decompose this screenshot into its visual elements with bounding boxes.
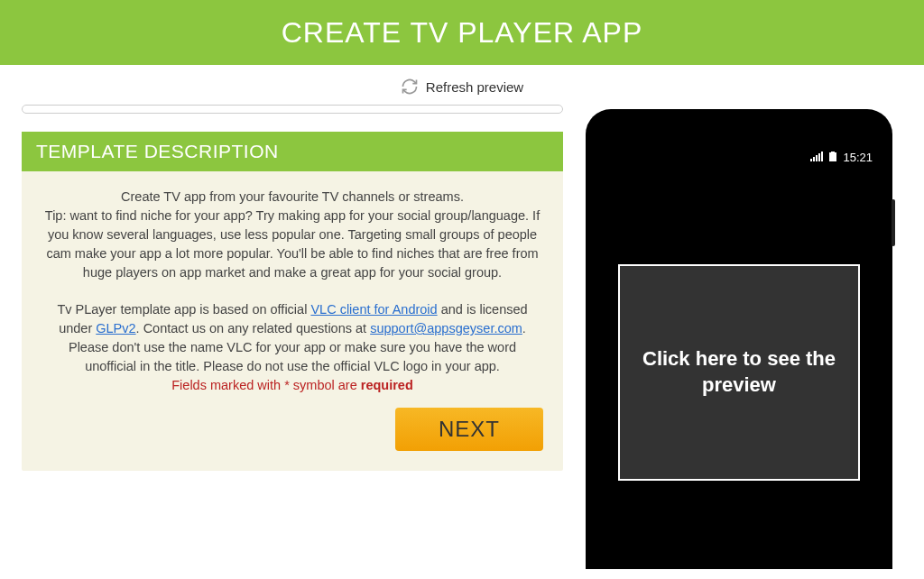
card-body: Create TV app from your favourite TV cha… bbox=[22, 171, 563, 471]
text: Fields marked with * symbol are bbox=[171, 378, 361, 392]
signal-icon bbox=[810, 152, 823, 164]
phone-mockup: 15:21 Click here to see the preview bbox=[586, 109, 892, 569]
support-email-link[interactable]: support@appsgeyser.com bbox=[370, 321, 522, 335]
card-header: TEMPLATE DESCRIPTION bbox=[22, 132, 563, 171]
next-button[interactable]: NEXT bbox=[395, 408, 543, 451]
phone-status-time: 15:21 bbox=[843, 151, 873, 164]
text: Tv PLayer template app is based on offic… bbox=[57, 302, 310, 317]
description-para-2: Tv PLayer template app is based on offic… bbox=[42, 300, 543, 376]
progress-bar bbox=[22, 105, 563, 114]
page-header: CREATE TV PLAYER APP bbox=[0, 0, 924, 65]
required-word: required bbox=[361, 378, 413, 392]
refresh-icon bbox=[401, 78, 419, 96]
phone-status-bar: 15:21 bbox=[598, 147, 880, 168]
glpv2-link[interactable]: GLPv2 bbox=[96, 321, 135, 335]
refresh-preview-label: Refresh preview bbox=[426, 79, 523, 95]
battery-icon bbox=[827, 152, 839, 164]
phone-side-button bbox=[892, 199, 895, 246]
phone-screen: 15:21 Click here to see the preview bbox=[598, 147, 880, 562]
text: . Contact us on any related questions at bbox=[136, 321, 371, 335]
preview-box-text: Click here to see the preview bbox=[638, 346, 840, 398]
card-header-title: TEMPLATE DESCRIPTION bbox=[36, 141, 549, 162]
template-description-card: TEMPLATE DESCRIPTION Create TV app from … bbox=[22, 132, 563, 471]
description-para-1: Create TV app from your favourite TV cha… bbox=[42, 188, 543, 282]
preview-box[interactable]: Click here to see the preview bbox=[618, 264, 860, 481]
refresh-preview-row[interactable]: Refresh preview bbox=[0, 65, 924, 105]
vlc-link[interactable]: VLC client for Android bbox=[310, 302, 437, 317]
required-fields-note: Fields marked with * symbol are required bbox=[42, 376, 543, 395]
page-title: CREATE TV PLAYER APP bbox=[282, 16, 643, 50]
